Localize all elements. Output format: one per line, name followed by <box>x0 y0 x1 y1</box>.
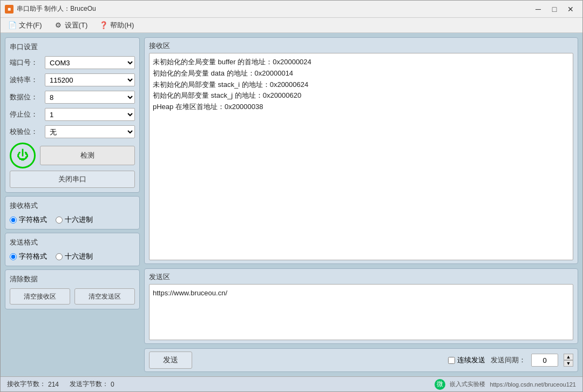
receive-textarea[interactable] <box>149 53 573 260</box>
send-hex-label[interactable]: 十六进制 <box>56 252 93 261</box>
send-hex-radio[interactable] <box>56 253 63 260</box>
send-bar: 发送 连续发送 发送间期： ▲ ▼ <box>144 348 578 372</box>
send-area-box: 发送区 <box>144 268 578 344</box>
title-text: 串口助手 制作人：BruceOu <box>17 4 531 13</box>
clear-title: 清除数据 <box>10 274 135 284</box>
receive-area-label: 接收区 <box>149 41 573 51</box>
receive-hex-text: 十六进制 <box>65 215 93 225</box>
parity-row: 校验位： 无 <box>10 125 135 138</box>
app-icon: ■ <box>5 5 13 13</box>
parity-label: 校验位： <box>10 127 45 137</box>
send-format-title: 发送格式 <box>10 238 135 247</box>
continuous-text: 连续发送 <box>457 355 485 365</box>
baud-row: 波特率： 115200 <box>10 73 135 86</box>
send-count-label: 发送字节数： <box>70 380 109 389</box>
menu-settings[interactable]: ⚙ 设置(T) <box>49 19 93 32</box>
main-content: 串口设置 端口号： COM3 波特率： 115200 数据位： <box>1 33 582 376</box>
blog-text: https://blog.csdn.net/bruceou121 <box>490 381 576 388</box>
receive-format-options: 字符格式 十六进制 <box>10 215 135 225</box>
serial-settings-section: 串口设置 端口号： COM3 波特率： 115200 数据位： <box>5 37 140 193</box>
parity-select[interactable]: 无 <box>45 125 135 138</box>
clear-send-button[interactable]: 清空发送区 <box>74 288 135 305</box>
period-label: 发送间期： <box>491 355 526 365</box>
close-port-button[interactable]: 关闭串口 <box>10 171 135 188</box>
port-button-row: ⏻ 检测 <box>10 143 135 168</box>
wechat-text: 嵌入式实验楼 <box>450 380 485 388</box>
continuous-label[interactable]: 连续发送 <box>448 355 485 365</box>
send-button[interactable]: 发送 <box>149 352 192 369</box>
receive-hex-radio[interactable] <box>56 217 63 224</box>
port-row: 端口号： COM3 <box>10 56 135 69</box>
window-controls: ─ □ ✕ <box>531 3 578 15</box>
send-char-label[interactable]: 字符格式 <box>10 252 47 261</box>
wechat-icon: 微 <box>435 379 445 390</box>
clear-receive-button[interactable]: 清空接收区 <box>10 288 70 305</box>
baud-select[interactable]: 115200 <box>45 73 135 86</box>
continuous-checkbox[interactable] <box>448 357 455 364</box>
help-icon: ❓ <box>99 21 108 30</box>
databits-select[interactable]: 8 <box>45 91 135 104</box>
detect-button[interactable]: 检测 <box>40 146 135 165</box>
spin-up-button[interactable]: ▲ <box>564 354 573 360</box>
close-button[interactable]: ✕ <box>563 3 578 15</box>
minimize-button[interactable]: ─ <box>531 3 546 15</box>
clear-btn-row: 清空接收区 清空发送区 <box>10 288 135 305</box>
send-char-text: 字符格式 <box>19 252 47 261</box>
port-select[interactable]: COM3 <box>45 56 135 69</box>
receive-count-value: 214 <box>48 381 59 388</box>
title-bar: ■ 串口助手 制作人：BruceOu ─ □ ✕ <box>1 1 582 18</box>
send-hex-text: 十六进制 <box>65 252 93 261</box>
receive-char-text: 字符格式 <box>19 215 47 225</box>
receive-format-title: 接收格式 <box>10 201 135 211</box>
receive-char-radio[interactable] <box>10 217 17 224</box>
send-format-options: 字符格式 十六进制 <box>10 252 135 261</box>
port-label: 端口号： <box>10 58 45 67</box>
menu-settings-label: 设置(T) <box>65 21 88 30</box>
send-area-label: 发送区 <box>149 272 573 282</box>
send-count-value: 0 <box>111 381 114 388</box>
send-textarea[interactable] <box>149 284 573 340</box>
receive-hex-label[interactable]: 十六进制 <box>56 215 93 225</box>
menu-bar: 📄 文件(F) ⚙ 设置(T) ❓ 帮助(H) <box>1 18 582 33</box>
stopbits-select[interactable]: 1 <box>45 108 135 121</box>
databits-label: 数据位： <box>10 92 45 102</box>
clear-section: 清除数据 清空接收区 清空发送区 <box>5 269 140 309</box>
maximize-button[interactable]: □ <box>547 3 562 15</box>
stopbits-label: 停止位： <box>10 110 45 119</box>
left-panel: 串口设置 端口号： COM3 波特率： 115200 数据位： <box>5 37 140 372</box>
menu-file[interactable]: 📄 文件(F) <box>3 19 48 32</box>
settings-icon: ⚙ <box>54 21 63 30</box>
menu-help[interactable]: ❓ 帮助(H) <box>94 19 139 32</box>
status-right: 微 嵌入式实验楼 https://blog.csdn.net/bruceou12… <box>435 379 576 390</box>
power-button[interactable]: ⏻ <box>10 143 36 168</box>
receive-count-item: 接收字节数： 214 <box>7 380 59 389</box>
right-panel: 接收区 发送区 发送 连续发送 发送间期： ▲ ▼ <box>144 37 578 372</box>
receive-area-box: 接收区 <box>144 37 578 264</box>
spin-down-button[interactable]: ▼ <box>564 360 573 367</box>
receive-char-label[interactable]: 字符格式 <box>10 215 47 225</box>
baud-label: 波特率： <box>10 75 45 85</box>
main-window: ■ 串口助手 制作人：BruceOu ─ □ ✕ 📄 文件(F) ⚙ 设置(T)… <box>0 0 583 392</box>
send-count-item: 发送字节数： 0 <box>70 380 114 389</box>
file-icon: 📄 <box>8 21 17 30</box>
spinner-buttons: ▲ ▼ <box>564 354 573 367</box>
power-icon: ⏻ <box>17 148 29 163</box>
status-bar: 接收字节数： 214 发送字节数： 0 微 嵌入式实验楼 https://blo… <box>1 376 582 391</box>
menu-help-label: 帮助(H) <box>110 21 134 30</box>
receive-count-label: 接收字节数： <box>7 380 46 389</box>
send-format-section: 发送格式 字符格式 十六进制 <box>5 233 140 266</box>
databits-row: 数据位： 8 <box>10 91 135 104</box>
period-input[interactable] <box>531 354 558 367</box>
serial-settings-title: 串口设置 <box>10 42 135 52</box>
receive-format-section: 接收格式 字符格式 十六进制 <box>5 196 140 229</box>
stopbits-row: 停止位： 1 <box>10 108 135 121</box>
menu-file-label: 文件(F) <box>19 21 42 30</box>
send-char-radio[interactable] <box>10 253 17 260</box>
